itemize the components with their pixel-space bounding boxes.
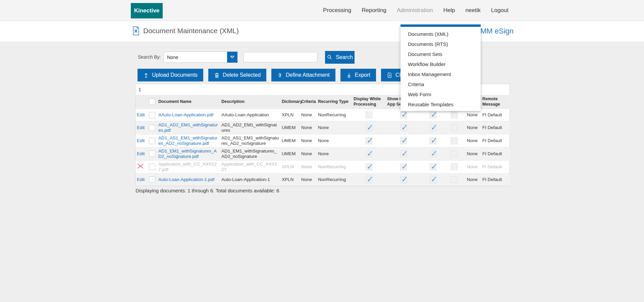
- edit-link[interactable]: Edit: [137, 138, 145, 143]
- imm-esign-link[interactable]: IMM eSign: [478, 27, 514, 36]
- dictionary-cell: XPLN: [280, 160, 300, 173]
- document-name-link[interactable]: Auto-Loan-Application-1.pdf: [158, 177, 214, 182]
- edit-link[interactable]: Edit: [137, 125, 145, 130]
- delete-selected-button[interactable]: Delete Selected: [208, 69, 266, 81]
- chevron-down-icon[interactable]: [227, 52, 237, 63]
- none-cell: None: [464, 121, 481, 134]
- document-name-link[interactable]: Application_with_CC_AXX127.pdf: [158, 162, 217, 172]
- deleted-x-icon[interactable]: [137, 163, 144, 169]
- col-description: Description: [220, 95, 280, 109]
- dictionary-cell: UMEM: [280, 121, 300, 134]
- search-by-label: Search By:: [138, 54, 161, 60]
- kinective-logo[interactable]: Kinective: [131, 3, 163, 18]
- menu-item-documents-xml[interactable]: Documents (XML): [400, 29, 481, 39]
- page-header: Document Maintenance (XML) IMM eSign: [0, 21, 644, 42]
- edit-link[interactable]: Edit: [137, 112, 145, 117]
- nav-logout[interactable]: Logout: [491, 7, 508, 14]
- hidden-column-checkbox[interactable]: [451, 164, 458, 170]
- display-while-processing-checkbox[interactable]: [366, 124, 372, 131]
- none-cell: None: [464, 173, 481, 186]
- document-name-link[interactable]: AD1_AS1_EM1_withSignatures_AD2_noSignatu…: [158, 135, 217, 146]
- hidden-column-checkbox[interactable]: [451, 112, 458, 118]
- document-name-link[interactable]: AD1_EM1_withSignatures_AD2_noSignature.p…: [158, 148, 217, 159]
- menu-item-criteria[interactable]: Criteria: [400, 79, 481, 89]
- criteria-cell: None: [300, 173, 317, 186]
- upload-documents-button[interactable]: Upload Documents: [138, 69, 203, 81]
- hidden-column-checkbox[interactable]: [451, 150, 458, 157]
- page-number[interactable]: 1: [137, 86, 143, 93]
- hidden-column-checkbox[interactable]: [451, 124, 458, 131]
- display-while-processing-checkbox[interactable]: [366, 176, 372, 183]
- define-attachment-button[interactable]: Define Attachment: [271, 69, 335, 81]
- table-row: Edit AD1_AS1_EM1_withSignatures_AD2_noSi…: [136, 134, 510, 147]
- page-title: Document Maintenance (XML): [143, 27, 239, 35]
- nav-help[interactable]: Help: [443, 7, 455, 14]
- document-name-link[interactable]: AAuto-Loan-Application.pdf: [158, 112, 213, 117]
- hidden-column-checkbox[interactable]: [430, 150, 436, 157]
- remote-message-cell: FI Default: [481, 134, 510, 147]
- export-button[interactable]: Export: [340, 69, 376, 81]
- display-while-processing-checkbox[interactable]: [366, 112, 372, 118]
- edit-link[interactable]: Edit: [137, 177, 145, 182]
- col-recurring-type: Recurring Type: [317, 95, 352, 109]
- search-icon: [327, 54, 333, 60]
- hidden-column-checkbox[interactable]: [451, 176, 458, 183]
- show-on-app-checkbox[interactable]: [400, 124, 407, 131]
- table-row: Edit Auto-Loan-Application-1.pdf Auto-Lo…: [136, 173, 510, 186]
- none-cell: None: [464, 160, 481, 173]
- recurring-type-cell: NonRecurring: [317, 109, 352, 121]
- row-select-checkbox[interactable]: [149, 150, 155, 157]
- recurring-type-cell: NonRecurring: [317, 160, 352, 173]
- nav-user-neetik[interactable]: neetik: [466, 7, 481, 14]
- hidden-column-checkbox[interactable]: [430, 112, 436, 118]
- show-on-app-checkbox[interactable]: [400, 150, 407, 157]
- administration-dropdown-menu: Documents (XML) Documents (RTS) Document…: [400, 24, 481, 111]
- menu-item-web-form[interactable]: Web Form: [400, 89, 481, 99]
- hidden-column-checkbox[interactable]: [430, 164, 436, 170]
- menu-item-workflow-builder[interactable]: Workflow Builder: [400, 59, 481, 69]
- col-remote-message: Remote Message: [481, 95, 510, 109]
- row-select-checkbox[interactable]: [149, 164, 155, 170]
- row-select-checkbox[interactable]: [149, 112, 155, 118]
- remote-message-cell: FI Default: [481, 109, 510, 121]
- menu-item-documents-rts[interactable]: Documents (RTS): [400, 39, 481, 49]
- hidden-column-checkbox[interactable]: [430, 176, 436, 183]
- none-cell: None: [464, 147, 481, 160]
- menu-item-document-sets[interactable]: Document Sets: [400, 49, 481, 59]
- show-on-app-checkbox[interactable]: [400, 176, 407, 183]
- display-while-processing-checkbox[interactable]: [366, 137, 372, 144]
- hidden-column-checkbox[interactable]: [430, 137, 436, 144]
- show-on-app-checkbox[interactable]: [400, 112, 407, 118]
- trash-icon: [214, 72, 220, 78]
- main-nav: Processing Reporting Administration Help…: [323, 0, 508, 21]
- nav-administration[interactable]: Administration: [397, 7, 433, 14]
- nav-reporting[interactable]: Reporting: [362, 7, 386, 14]
- show-on-app-checkbox[interactable]: [400, 164, 407, 170]
- download-icon: [346, 72, 352, 78]
- hidden-column-checkbox[interactable]: [451, 137, 458, 144]
- document-name-link[interactable]: AD1_AD2_EM1_withSignatures.pdf: [158, 122, 218, 133]
- col-criteria: Criteria: [300, 95, 317, 109]
- edit-link[interactable]: Edit: [137, 151, 145, 156]
- description-cell: AAuto-Loan-Application: [220, 109, 280, 121]
- show-on-app-checkbox[interactable]: [400, 137, 407, 144]
- search-button[interactable]: Search: [325, 51, 355, 64]
- select-all-checkbox[interactable]: [149, 99, 155, 105]
- none-cell: None: [464, 134, 481, 147]
- menu-item-inbox-management[interactable]: Inbox Management: [400, 69, 481, 79]
- dictionary-cell: XPLN: [280, 109, 300, 121]
- display-while-processing-checkbox[interactable]: [366, 164, 372, 170]
- row-select-checkbox[interactable]: [149, 125, 155, 131]
- remote-message-cell: FI Default: [481, 173, 510, 186]
- menu-item-reusable-templates[interactable]: Reusable Templates: [400, 99, 481, 109]
- remote-message-cell: FI Default: [481, 121, 510, 134]
- description-cell: AD1_AD2_EM1_withSignatures: [220, 121, 280, 134]
- search-input[interactable]: [244, 52, 317, 62]
- nav-processing[interactable]: Processing: [323, 7, 351, 14]
- row-select-checkbox[interactable]: [149, 138, 155, 144]
- display-while-processing-checkbox[interactable]: [366, 150, 372, 157]
- search-by-select[interactable]: None: [163, 52, 237, 63]
- hidden-column-checkbox[interactable]: [430, 124, 436, 131]
- row-select-checkbox[interactable]: [149, 176, 155, 183]
- recurring-type-cell: None: [317, 147, 352, 160]
